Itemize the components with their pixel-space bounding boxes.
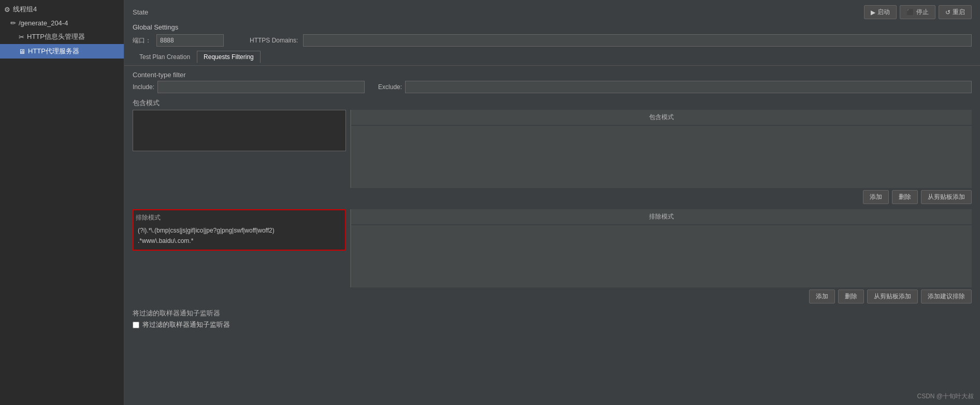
include-left-col	[133, 110, 350, 188]
include-two-panel: 包含模式	[133, 110, 972, 188]
edit-icon: ✏	[10, 19, 16, 27]
start-button[interactable]: ▶ 启动	[864, 5, 897, 19]
restart-icon: ↺	[945, 9, 950, 16]
sidebar-item-generate[interactable]: ✏ /generate_204-4	[0, 17, 124, 30]
include-right-area	[351, 126, 972, 188]
include-remove-button[interactable]: 删除	[892, 190, 918, 204]
include-right-header: 包含模式	[351, 110, 972, 125]
exclude-list-box[interactable]: 排除模式 (?i).*\.(bmp|css|js|gif|ico|jpe?g|p…	[133, 209, 346, 251]
tab-test-plan[interactable]: Test Plan Creation	[133, 51, 197, 63]
port-label: 端口：	[133, 36, 151, 45]
include-label: Include:	[133, 83, 154, 91]
stop-icon: ⬛	[906, 9, 914, 16]
bottom-label: 将过滤的取样器通知子监听器	[133, 309, 972, 318]
exclude-remove-button[interactable]: 删除	[838, 290, 864, 303]
exclude-add-button[interactable]: 添加	[809, 290, 835, 303]
bottom-section: 将过滤的取样器通知子监听器 将过滤的取样器通知子监听器	[133, 309, 972, 329]
exclude-item-0[interactable]: (?i).*\.(bmp|css|js|gif|ico|jpe?g|png|sw…	[136, 225, 343, 236]
include-right-col: 包含模式	[351, 110, 972, 188]
exclude-label: Exclude:	[378, 83, 402, 91]
state-row: State ▶ 启动 ⬛ 停止 ↺ 重启	[133, 5, 972, 19]
watermark: CSDN @十旬叶大叔	[917, 392, 974, 401]
exclude-right-header: 排除模式	[351, 209, 972, 224]
bottom-check-row: 将过滤的取样器通知子监听器	[133, 320, 972, 329]
content-type-section: Content-type filter Include: Exclude:	[133, 71, 972, 93]
include-section: 包含模式 包含模式 添加 删除 从剪贴板添加	[133, 98, 972, 204]
notify-checkbox[interactable]	[133, 322, 139, 328]
exclude-input[interactable]	[405, 81, 972, 93]
exclude-right-col: 排除模式	[351, 209, 972, 287]
generate-label: /generate_204-4	[19, 19, 68, 27]
sidebar-item-http-header[interactable]: ✂ HTTP信息头管理器	[0, 30, 124, 44]
restart-button[interactable]: ↺ 重启	[939, 5, 972, 19]
sidebar-group[interactable]: ⚙ 线程组4	[0, 2, 124, 17]
content-type-label: Content-type filter	[133, 71, 972, 79]
exclude-list-title: 排除模式	[136, 212, 343, 223]
top-area: State ▶ 启动 ⬛ 停止 ↺ 重启 Global Settings 端口：	[124, 0, 980, 66]
scissor-icon: ✂	[19, 33, 24, 41]
group-label: 线程组4	[13, 5, 37, 14]
exclude-section: 排除模式 (?i).*\.(bmp|css|js|gif|ico|jpe?g|p…	[133, 209, 972, 303]
gear-icon: ⚙	[4, 6, 10, 13]
exclude-item-1[interactable]: .*www\.baidu\.com.*	[136, 236, 343, 246]
port-input[interactable]	[156, 34, 224, 47]
https-label: HTTPS Domains:	[250, 37, 298, 44]
content-area: Content-type filter Include: Exclude: 包含…	[124, 66, 980, 405]
include-section-label: 包含模式	[133, 98, 972, 108]
stop-button[interactable]: ⬛ 停止	[900, 5, 935, 19]
include-row: Include: Exclude:	[133, 81, 972, 93]
tabs-row: Test Plan Creation Requests Filtering	[133, 51, 972, 63]
button-group: ▶ 启动 ⬛ 停止 ↺ 重启	[864, 5, 972, 19]
tab-requests-filtering[interactable]: Requests Filtering	[197, 51, 261, 63]
exclude-suggest-button[interactable]: 添加建议排除	[921, 290, 972, 303]
exclude-two-panel: 排除模式 (?i).*\.(bmp|css|js|gif|ico|jpe?g|p…	[133, 209, 972, 287]
include-actions: 添加 删除 从剪贴板添加	[133, 190, 972, 204]
state-label: State	[133, 8, 148, 16]
monitor-icon: 🖥	[19, 48, 25, 55]
include-add-button[interactable]: 添加	[863, 190, 889, 204]
https-input[interactable]	[303, 34, 972, 47]
include-list-box[interactable]	[133, 110, 346, 151]
global-settings-label: Global Settings	[133, 23, 972, 31]
settings-row: 端口： HTTPS Domains:	[133, 34, 972, 47]
notify-checkbox-label: 将过滤的取样器通知子监听器	[142, 320, 230, 329]
sidebar: ⚙ 线程组4 ✏ /generate_204-4 ✂ HTTP信息头管理器 🖥 …	[0, 0, 124, 405]
include-paste-button[interactable]: 从剪贴板添加	[921, 190, 972, 204]
http-header-label: HTTP信息头管理器	[27, 32, 85, 41]
exclude-paste-button[interactable]: 从剪贴板添加	[867, 290, 918, 303]
http-proxy-label: HTTP代理服务器	[28, 47, 79, 56]
exclude-right-area	[351, 225, 972, 287]
exclude-actions: 添加 删除 从剪贴板添加 添加建议排除	[133, 290, 972, 303]
sidebar-item-http-proxy[interactable]: 🖥 HTTP代理服务器	[0, 44, 124, 59]
exclude-left-col: 排除模式 (?i).*\.(bmp|css|js|gif|ico|jpe?g|p…	[133, 209, 350, 287]
include-input[interactable]	[157, 81, 365, 93]
main-panel: State ▶ 启动 ⬛ 停止 ↺ 重启 Global Settings 端口：	[124, 0, 980, 405]
play-icon: ▶	[871, 9, 875, 16]
